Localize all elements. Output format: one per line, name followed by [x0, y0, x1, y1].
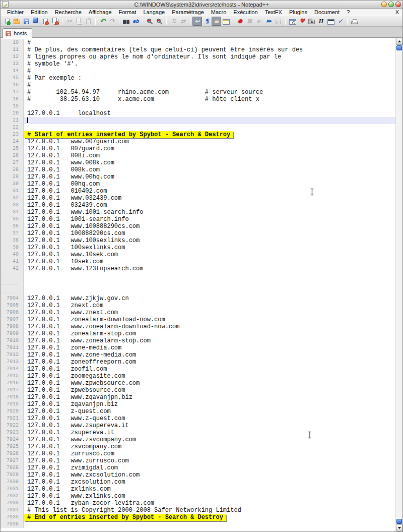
line-text[interactable]: 127.0.0.1 znext.com [24, 302, 395, 309]
scrollbar-thumb-top[interactable] [396, 45, 402, 50]
record-macro-icon[interactable]: ● [235, 17, 245, 26]
line-text[interactable]: # De plus, des commentaires (tels que ce… [24, 46, 395, 53]
line-text[interactable]: 127.0.0.1 www.zsvcompany.com [24, 436, 395, 443]
replace-icon[interactable]: ab [131, 17, 141, 26]
line-text[interactable]: 127.0.0.1 zone-media.com [24, 344, 395, 351]
line-text[interactable]: 127.0.0.1 zyban-zocor-levitra.com [24, 500, 395, 507]
menu-edition[interactable]: Edition [27, 9, 51, 15]
line-text[interactable]: 127.0.0.1 zonealarm-download-now.com [24, 316, 395, 323]
scroll-down-arrow-icon[interactable] [396, 524, 402, 531]
close-file-icon[interactable] [41, 17, 50, 26]
line-text[interactable]: 127.0.0.1 zoomegasite.com [24, 373, 395, 380]
word-wrap-icon[interactable]: ↩ [192, 17, 202, 26]
menu-fichier[interactable]: Fichier [4, 9, 27, 15]
line-text[interactable]: # [24, 39, 395, 46]
save-file-icon[interactable] [22, 17, 31, 26]
line-text[interactable]: 127.0.0.1 www.123topsearch.com [24, 265, 395, 272]
line-text[interactable]: 127.0.0.1 www.10sek.com [24, 251, 395, 258]
line-text[interactable]: 127.0.0.1 www.008k.com [24, 159, 395, 166]
menu-parametrage[interactable]: Paramétrage [168, 9, 208, 15]
line-text[interactable]: 127.0.0.1 zpwebsource.com [24, 387, 395, 394]
line-text[interactable]: # symbole '#'. [24, 61, 395, 68]
line-text[interactable]: 127.0.0.1 zonealarm-stop.com [24, 330, 395, 337]
line-text[interactable]: 127.0.0.1 zsvcompany.com [24, 443, 395, 450]
line-text[interactable] [24, 521, 395, 528]
line-text[interactable]: 127.0.0.1 localhost [24, 110, 395, 117]
line-text[interactable]: 127.0.0.1 z-quest.com [24, 408, 395, 415]
line-text[interactable]: 127.0.0.1 www.znext.com [24, 309, 395, 316]
line-text[interactable] [24, 280, 395, 287]
menu-langage[interactable]: Langage [140, 9, 168, 15]
line-text[interactable]: 127.0.0.1 zvimigdal.com [24, 464, 395, 471]
line-text[interactable]: 127.0.0.1 zsupereva.it [24, 429, 395, 436]
scrollbar-thumb-bottom[interactable] [396, 519, 402, 524]
line-text[interactable]: 127.0.0.1 zoneoffreeporn.com [24, 359, 395, 366]
menu-close-x[interactable]: X [392, 9, 402, 15]
line-text[interactable]: 127.0.0.1 www.032439.com [24, 195, 395, 202]
line-text[interactable]: 127.0.0.1 zxcsolution.com [24, 479, 395, 486]
zoom-in-icon[interactable] [145, 17, 155, 26]
line-text[interactable]: 127.0.0.1 00hq.com [24, 181, 395, 188]
line-text[interactable]: # This list is Copyright 2000-2008 Safer… [24, 507, 395, 514]
close-button[interactable] [395, 2, 401, 7]
line-text[interactable]: 127.0.0.1 008i.com [24, 152, 395, 159]
line-text[interactable] [24, 117, 395, 124]
line-text[interactable]: 127.0.0.1 032439.com [24, 202, 395, 209]
line-text[interactable]: # [24, 82, 395, 89]
line-text[interactable]: 127.0.0.1 zurrusco.com [24, 450, 395, 457]
snapshot-folder-icon[interactable] [307, 17, 316, 26]
line-text[interactable]: 127.0.0.1 www.zxlinks.com [24, 493, 395, 500]
line-text[interactable]: 127.0.0.1 www.zjkjw.gov.cn [24, 295, 395, 302]
line-text[interactable]: 127.0.0.1 100sexlinks.com [24, 244, 395, 251]
scroll-up-arrow-icon[interactable] [396, 38, 402, 45]
line-text[interactable]: 127.0.0.1 www.zsupereva.it [24, 422, 395, 429]
line-text[interactable]: 127.0.0.1 www.zxcsolution.com [24, 471, 395, 479]
line-text[interactable]: 127.0.0.1 www.zurrusco.com [24, 457, 395, 464]
menu-macro[interactable]: Macro [208, 9, 230, 15]
minimize-button[interactable] [381, 2, 387, 7]
line-text[interactable]: 127.0.0.1 1001-search.info [24, 216, 395, 223]
undo-icon[interactable]: ↶ [98, 17, 107, 26]
new-file-icon[interactable] [3, 17, 12, 26]
line-text[interactable]: 127.0.0.1 007guard.com [24, 145, 395, 152]
vertical-scrollbar[interactable] [395, 38, 402, 531]
line-text[interactable]: 127.0.0.1 www.100888290cs.com [24, 223, 395, 230]
line-text[interactable]: # Par exemple : [24, 75, 395, 82]
line-text[interactable]: 127.0.0.1 www.007guard.com [24, 138, 395, 145]
line-text[interactable]: 127.0.0.1 100888290cs.com [24, 230, 395, 237]
menu-recherche[interactable]: Recherche [51, 9, 85, 15]
line-text[interactable]: 127.0.0.1 008k.com [24, 166, 395, 173]
line-text[interactable]: # 102.54.94.97 rhino.acme.com # serveur … [24, 89, 395, 96]
run-macro-multiple-icon[interactable]: ▶▶ [264, 17, 274, 26]
line-text[interactable]: # Start of entries inserted by Spybot - … [24, 131, 233, 138]
save-all-icon[interactable] [31, 17, 41, 26]
line-text[interactable]: # End of entries inserted by Spybot - Se… [24, 514, 226, 521]
export-html-icon[interactable]: H [316, 17, 326, 26]
editor-area[interactable]: 10 # 11 # De plus, des commentaires (tel… [1, 38, 402, 531]
line-text[interactable]: 127.0.0.1 www.zqavanjpn.biz [24, 394, 395, 401]
line-text[interactable]: # 38.25.63.10 x.acme.com # hôte client x [24, 96, 395, 103]
print-icon[interactable] [350, 17, 359, 26]
line-text[interactable]: 127.0.0.1 www.100sexlinks.com [24, 237, 395, 244]
tab-hosts[interactable]: hosts [3, 28, 32, 38]
line-text[interactable] [24, 103, 395, 110]
line-text[interactable]: 127.0.0.1 10sek.com [24, 258, 395, 265]
doc-monitor-icon[interactable] [288, 17, 297, 26]
show-all-characters-icon[interactable]: ¶ [202, 17, 212, 26]
line-text[interactable] [24, 124, 395, 131]
line-text[interactable]: 127.0.0.1 www.zpwebsource.com [24, 380, 395, 387]
line-text[interactable]: 127.0.0.1 010402.com [24, 188, 395, 195]
menu-plugins[interactable]: Plugins [286, 9, 311, 15]
user-define-dialog-icon[interactable] [221, 17, 231, 26]
donate-heart-icon[interactable]: ♥ [297, 17, 307, 26]
console-icon[interactable] [326, 17, 335, 26]
menu-execution[interactable]: Exécution [230, 9, 261, 15]
line-text[interactable]: 127.0.0.1 www.zone-media.com [24, 351, 395, 359]
line-text[interactable] [24, 272, 395, 280]
line-text[interactable]: 127.0.0.1 www.z-quest.com [24, 415, 395, 422]
line-text[interactable]: 127.0.0.1 zxlinks.com [24, 486, 395, 493]
maximize-button[interactable] [388, 2, 394, 7]
menu-document[interactable]: Document [311, 9, 343, 15]
line-text[interactable] [24, 287, 395, 295]
title-bar[interactable]: C:\WINDOWS\system32\drivers\etc\hosts - … [1, 1, 402, 9]
